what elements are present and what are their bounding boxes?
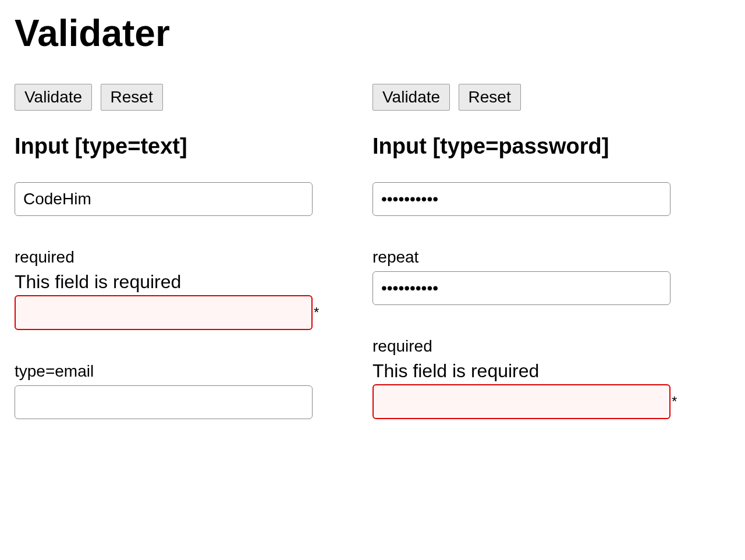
password-input[interactable] [372,182,670,216]
email-input[interactable] [15,385,313,419]
section-heading-text: Input [type=text] [15,134,355,159]
reset-button[interactable]: Reset [459,84,521,111]
required-star-icon: * [672,394,677,410]
required-password-input[interactable] [372,384,670,419]
section-heading-password: Input [type=password] [372,134,713,159]
left-column: Validate Reset Input [type=text] require… [15,84,372,451]
repeat-password-input[interactable] [372,271,670,305]
field-label-repeat: repeat [372,248,713,267]
error-message: This field is required [372,360,713,382]
error-message: This field is required [15,271,355,293]
reset-button[interactable]: Reset [101,84,163,111]
page-title: Validater [15,12,730,55]
required-star-icon: * [314,304,319,321]
validate-button[interactable]: Validate [15,84,92,111]
required-text-input[interactable] [15,295,313,330]
right-column: Validate Reset Input [type=password] rep… [372,84,730,451]
field-label-required: required [15,248,355,267]
validate-button[interactable]: Validate [372,84,450,111]
field-label-required: required [372,337,713,356]
field-label-email: type=email [15,362,355,381]
text-input[interactable] [15,182,313,216]
